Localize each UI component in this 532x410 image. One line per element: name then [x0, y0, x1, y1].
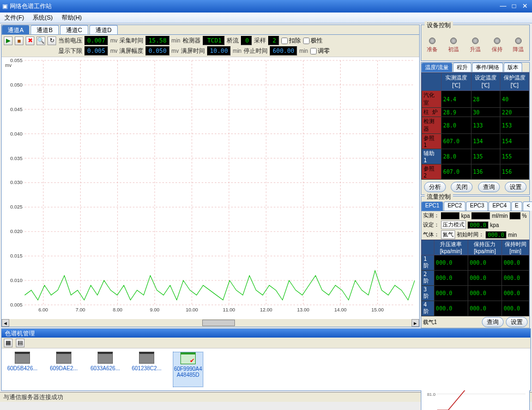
measured-pct — [510, 212, 521, 219]
led-dot-icon — [450, 38, 457, 44]
epc-tab-1[interactable]: EPC2 — [444, 201, 466, 211]
gas-select[interactable]: 氮气 — [441, 230, 455, 239]
disp-low-value[interactable]: 0.005 — [84, 46, 108, 56]
window-title: 网络色谱工作站 — [8, 2, 497, 10]
svg-text:81.0: 81.0 — [427, 392, 436, 397]
device-icon — [15, 352, 30, 364]
svg-text:0.035: 0.035 — [10, 156, 23, 161]
chart-scrollbar[interactable]: ◂ ▸ — [2, 319, 419, 327]
full-time-label: 满屏时间 — [181, 47, 205, 55]
tab-channel-b[interactable]: 通道B — [31, 25, 58, 34]
svg-text:0.040: 0.040 — [10, 131, 23, 137]
stop-icon[interactable]: ■ — [15, 36, 23, 45]
led-dot-icon — [494, 38, 500, 44]
table-row: 汽化室24.42840 — [422, 91, 529, 108]
led-1[interactable]: 初温 — [448, 38, 459, 53]
device-item-1[interactable]: 609DAE2... — [49, 352, 79, 387]
flow-table: 升压速率[kpa/min]保持压力[kpa/min]保持时间[min]1 阶00… — [421, 240, 529, 316]
device-item-2[interactable]: 6033A626... — [90, 352, 120, 387]
flow-query-button[interactable]: 查询 — [482, 317, 504, 327]
table-row: 参照 1607.0134154 — [422, 134, 529, 149]
current-voltage-label: 当前电压 — [58, 36, 82, 45]
svg-text:14.00: 14.00 — [334, 307, 347, 313]
led-3[interactable]: 保持 — [492, 38, 503, 53]
delete-icon[interactable]: ✖ — [26, 36, 34, 45]
epc-tab-3[interactable]: EPC4 — [488, 201, 510, 211]
clean-amp-label: 满屏幅度 — [119, 47, 143, 55]
device-manager-title: 色谱机管理 — [2, 329, 530, 338]
led-0[interactable]: 准备 — [427, 38, 438, 53]
epc-tab-left[interactable]: < — [523, 201, 532, 211]
led-dot-icon — [472, 38, 479, 44]
view-large-icon[interactable]: ▤ — [16, 339, 25, 347]
tab-channel-a[interactable]: 通道A — [2, 25, 29, 34]
polarity-checkbox[interactable]: 极性 — [303, 36, 323, 45]
sub-tab-0[interactable]: 温度/流量 — [421, 63, 452, 72]
analyze-button[interactable]: 分析 — [424, 182, 446, 192]
clean-amp-value[interactable]: 0.050 — [146, 46, 169, 56]
flow-set-button[interactable]: 设置 — [506, 317, 528, 327]
scroll-right-icon[interactable]: ▸ — [412, 319, 419, 327]
menu-file[interactable]: 文件(F) — [0, 14, 28, 22]
set-value[interactable]: 000.0 — [468, 222, 488, 229]
svg-text:10.00: 10.00 — [186, 307, 198, 313]
detector-value: TCD1 — [203, 36, 225, 45]
set-button[interactable]: 设置 — [505, 182, 527, 192]
full-time-value[interactable]: 10.00 — [207, 46, 231, 56]
device-icon — [139, 352, 154, 364]
channel-tabs: 通道A 通道B 通道C 通道D — [2, 25, 419, 35]
stop-time-value[interactable]: 600.00 — [270, 46, 297, 56]
svg-text:0.025: 0.025 — [10, 204, 23, 210]
disp-low-label: 显示下限 — [58, 47, 82, 55]
led-2[interactable]: 升温 — [470, 38, 481, 53]
epc-tab-4[interactable]: E — [511, 201, 523, 211]
sub-tab-3[interactable]: 版本 — [504, 63, 522, 72]
close-button[interactable]: ✕ — [520, 3, 530, 10]
main-chart[interactable]: 0.0550.0500.0450.0400.0350.0300.0250.020… — [2, 57, 419, 319]
close-button-panel[interactable]: 关闭 — [451, 182, 473, 192]
zero-checkbox[interactable]: 调零 — [310, 47, 330, 55]
bridge-value: 0 — [241, 36, 252, 45]
app-icon: ▣ — [2, 3, 8, 10]
led-4[interactable]: 降温 — [513, 38, 524, 53]
device-icon — [180, 352, 196, 364]
init-time-value[interactable]: 000.0 — [486, 231, 506, 238]
table-row: 参照 2607.0136156 — [422, 164, 529, 180]
device-item-3[interactable]: 601238C2... — [131, 352, 162, 387]
table-row: 柱 炉28.930220 — [422, 108, 529, 117]
epc-tab-2[interactable]: EPC3 — [466, 201, 488, 211]
sub-tab-2[interactable]: 事件/网络 — [472, 63, 503, 72]
menu-help[interactable]: 帮助(H) — [57, 14, 86, 22]
table-row: 2 阶000.0000.0000.0 — [422, 271, 529, 286]
epc-tab-0[interactable]: EPC1 — [421, 201, 443, 211]
maximize-button[interactable]: □ — [509, 3, 519, 10]
sub-tab-1[interactable]: 程升 — [453, 63, 471, 72]
table-row: 辅助 128.0135155 — [422, 149, 529, 164]
svg-text:15.00: 15.00 — [371, 307, 384, 313]
refresh-icon[interactable]: ↻ — [47, 36, 56, 45]
temperature-table: 实测温度[℃]设定温度[℃]保护温度[℃]汽化室24.42840柱 炉28.93… — [421, 72, 529, 180]
scroll-left-icon[interactable]: ◂ — [2, 319, 9, 327]
device-item-0[interactable]: 60D5B426... — [7, 352, 38, 387]
svg-text:0.010: 0.010 — [10, 278, 23, 283]
minimize-button[interactable]: — — [498, 3, 508, 10]
tab-channel-d[interactable]: 通道D — [89, 25, 118, 34]
tab-channel-c[interactable]: 通道C — [60, 25, 88, 34]
query-button[interactable]: 查询 — [478, 182, 500, 192]
detector-label: 检测器 — [183, 36, 201, 45]
svg-text:0.005: 0.005 — [10, 302, 23, 308]
view-small-icon[interactable]: ▦ — [4, 339, 13, 347]
play-icon[interactable]: ▶ — [4, 36, 13, 45]
zoom-icon[interactable]: 🔍 — [37, 36, 45, 45]
mode-select[interactable]: 压力模式 — [441, 221, 466, 229]
svg-text:0.045: 0.045 — [10, 107, 23, 112]
set-label: 设定： — [423, 221, 439, 229]
device-item-4[interactable]: 60F9990A4A48485D — [173, 352, 203, 387]
device-icon — [56, 352, 71, 364]
menu-system[interactable]: 系统(S) — [28, 14, 57, 22]
svg-text:8.00: 8.00 — [113, 307, 123, 313]
flow-control-title: 流量控制 — [425, 193, 453, 201]
scroll-thumb[interactable] — [202, 320, 235, 326]
led-dot-icon — [429, 38, 436, 44]
deduct-checkbox[interactable]: 扣除 — [281, 36, 301, 45]
